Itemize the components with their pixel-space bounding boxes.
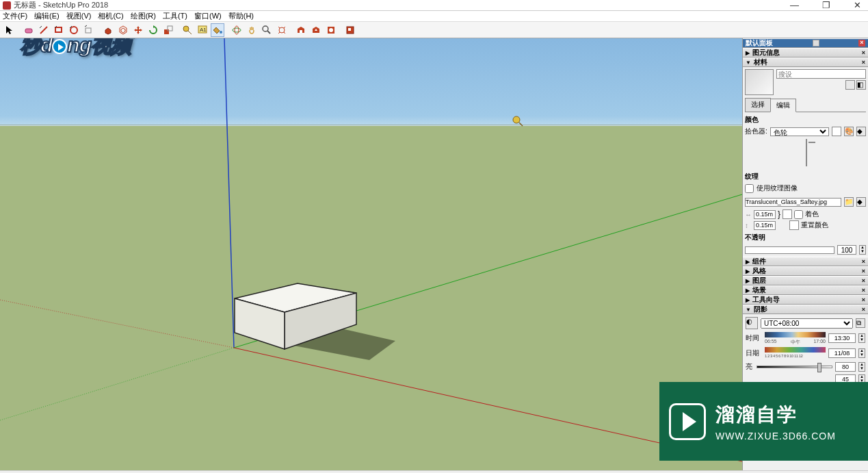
- materials-header[interactable]: ▼ 材料 ×: [743, 57, 868, 67]
- reset-color-swatch[interactable]: [789, 220, 799, 230]
- instructor-header[interactable]: ▶工具向导×: [743, 295, 868, 305]
- rectangle-icon[interactable]: [52, 23, 66, 37]
- eyedropper-icon[interactable]: 🎨: [844, 127, 854, 136]
- close-button[interactable]: ✕: [848, 0, 867, 10]
- texture-height-input[interactable]: [754, 221, 776, 230]
- maximize-button[interactable]: ❐: [817, 0, 836, 10]
- menu-draw[interactable]: 绘图(R): [129, 10, 157, 22]
- time-slider[interactable]: 06:55中午17:00: [765, 332, 826, 344]
- timezone-select[interactable]: UTC+08:00: [761, 318, 853, 329]
- viewport[interactable]: 秒dng视频: [0, 38, 742, 470]
- warehouse-upload-icon[interactable]: [309, 23, 323, 37]
- line-icon[interactable]: [37, 23, 51, 37]
- entity-info-header[interactable]: ▶ 图元信息 ×: [743, 48, 868, 57]
- menu-camera[interactable]: 相机(C): [96, 10, 124, 22]
- colorize-checkbox[interactable]: [794, 210, 803, 219]
- svg-rect-4: [164, 29, 169, 34]
- arc-icon[interactable]: [82, 23, 96, 37]
- colorize-label: 着色: [805, 209, 819, 219]
- bright-spinner[interactable]: ▲▼: [858, 362, 865, 372]
- material-preview[interactable]: [745, 69, 774, 95]
- components-header[interactable]: ▶组件×: [743, 257, 868, 266]
- menu-window[interactable]: 窗口(W): [193, 10, 223, 22]
- texture-width-input[interactable]: [754, 210, 776, 219]
- svg-point-15: [279, 27, 285, 33]
- menu-file[interactable]: 文件(F): [1, 10, 29, 22]
- browse-file-icon[interactable]: 📁: [844, 197, 854, 207]
- tape-measure-icon[interactable]: [181, 23, 194, 37]
- 3d-warehouse-icon[interactable]: [294, 23, 308, 37]
- bright-label: 亮: [746, 362, 754, 372]
- panel-min-icon[interactable]: [813, 40, 819, 47]
- scenes-header[interactable]: ▶场景×: [743, 285, 868, 295]
- menu-edit[interactable]: 编辑(E): [33, 10, 61, 22]
- window-controls: — ❐ ✕: [785, 0, 867, 10]
- move-icon[interactable]: [131, 23, 145, 37]
- text-icon[interactable]: A1: [196, 23, 209, 37]
- select-icon[interactable]: [3, 23, 16, 37]
- panel-close-icon[interactable]: ×: [862, 59, 865, 66]
- time-spinner[interactable]: ▲▼: [858, 333, 865, 343]
- material-search-input[interactable]: [776, 69, 866, 79]
- date-label: 日期: [746, 348, 762, 358]
- svg-point-18: [329, 28, 333, 32]
- menu-view[interactable]: 视图(V): [65, 10, 93, 22]
- opacity-value-input[interactable]: [837, 245, 856, 255]
- menu-help[interactable]: 帮助(H): [227, 10, 255, 22]
- layout-icon[interactable]: [343, 23, 357, 37]
- styles-header[interactable]: ▶风格×: [743, 266, 868, 276]
- zoom-extents-icon[interactable]: [275, 23, 289, 37]
- push-pull-icon[interactable]: [101, 23, 115, 37]
- color-swatch[interactable]: [832, 127, 841, 136]
- date-value-input[interactable]: [828, 348, 856, 358]
- menu-tools[interactable]: 工具(T): [161, 10, 189, 22]
- use-texture-checkbox[interactable]: [745, 184, 754, 193]
- svg-rect-0: [25, 29, 32, 33]
- scale-icon[interactable]: [161, 23, 175, 37]
- svg-rect-20: [348, 28, 351, 31]
- time-value-input[interactable]: [828, 333, 856, 343]
- orbit-icon[interactable]: [230, 23, 244, 37]
- circle-icon[interactable]: [67, 23, 81, 37]
- svg-line-7: [188, 31, 192, 34]
- default-material-icon[interactable]: ◧: [856, 80, 866, 90]
- create-material-icon[interactable]: [845, 80, 855, 90]
- colorize-swatch[interactable]: [782, 209, 792, 219]
- extension-warehouse-icon[interactable]: [324, 23, 338, 37]
- texture-file-input[interactable]: [745, 198, 841, 207]
- zoom-icon[interactable]: [260, 23, 274, 37]
- color-wheel-slider[interactable]: [745, 136, 866, 169]
- axes: [0, 38, 742, 470]
- shadow-detail-icon[interactable]: ⧉: [856, 318, 865, 328]
- picker-select[interactable]: 色轮: [770, 127, 829, 136]
- shadows-header[interactable]: ▼阴影×: [743, 305, 868, 314]
- edit-texture-icon[interactable]: ◆: [856, 197, 866, 207]
- match-color-icon[interactable]: ◆: [856, 127, 866, 136]
- opacity-slider[interactable]: [745, 246, 834, 254]
- offset-icon[interactable]: [116, 23, 130, 37]
- cursor-measure-icon: [512, 115, 524, 129]
- svg-rect-1: [55, 27, 62, 32]
- aspect-lock-icon[interactable]: }: [778, 209, 780, 219]
- shadow-toggle-icon[interactable]: ◐: [746, 317, 758, 329]
- status-bar: [0, 470, 868, 473]
- horizon: [0, 125, 742, 125]
- default-panel-header[interactable]: 默认面板 ×: [743, 38, 868, 48]
- opacity-spinner[interactable]: ▲▼: [859, 245, 866, 255]
- pan-icon[interactable]: [245, 23, 259, 37]
- date-spinner[interactable]: ▲▼: [858, 348, 865, 358]
- paint-bucket-icon[interactable]: [211, 23, 224, 37]
- date-slider[interactable]: 1 2 3 4 5 6 7 8 9 10 11 12: [765, 347, 826, 359]
- eraser-icon[interactable]: [22, 23, 36, 37]
- box-model: [235, 283, 395, 360]
- bright-slider[interactable]: [757, 366, 832, 368]
- tab-select[interactable]: 选择: [745, 98, 771, 112]
- rotate-icon[interactable]: [146, 23, 160, 37]
- layers-header[interactable]: ▶图层×: [743, 276, 868, 285]
- panel-close-icon[interactable]: ×: [858, 40, 865, 47]
- panel-close-icon[interactable]: ×: [862, 49, 865, 56]
- tab-edit[interactable]: 编辑: [770, 99, 796, 112]
- svg-point-26: [513, 116, 520, 123]
- minimize-button[interactable]: —: [785, 0, 804, 10]
- bright-value-input[interactable]: [835, 362, 856, 372]
